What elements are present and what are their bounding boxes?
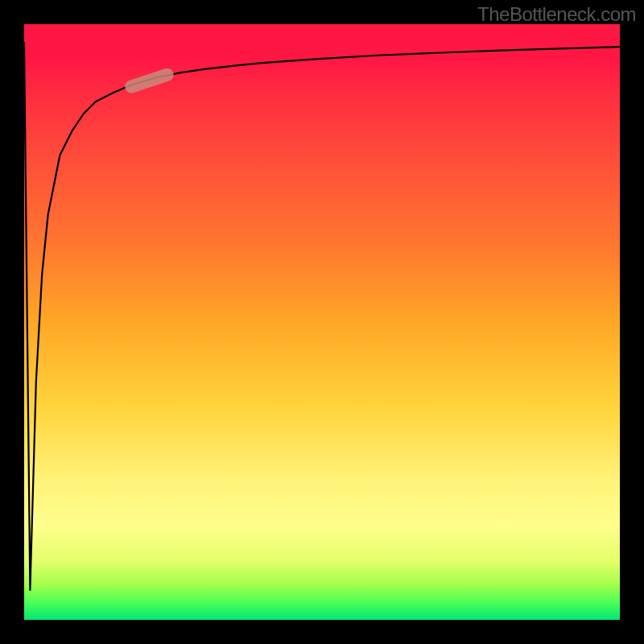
chart-frame bbox=[24, 24, 620, 620]
curve-marker bbox=[131, 75, 167, 87]
chart-svg bbox=[24, 24, 620, 620]
attribution-text: TheBottleneck.com bbox=[477, 3, 636, 26]
curve-path bbox=[24, 42, 620, 590]
